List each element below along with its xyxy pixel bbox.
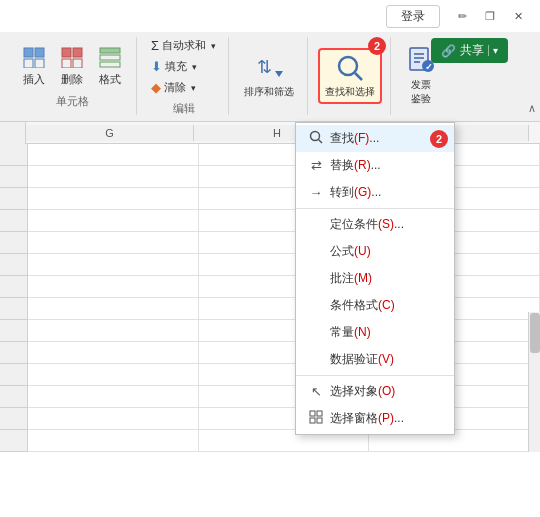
table-row (28, 166, 540, 188)
cell-g2[interactable] (28, 166, 199, 188)
find-menu-icon (308, 130, 324, 147)
note-label: 批注(M) (330, 270, 372, 287)
menu-item-special[interactable]: 定位条件(S)... (296, 211, 454, 238)
menu-divider-2 (296, 375, 454, 376)
menu-item-note[interactable]: 批注(M) (296, 265, 454, 292)
cell-g6[interactable] (28, 254, 199, 276)
find-menu-label: 查找(F)... (330, 130, 379, 147)
svg-rect-26 (317, 418, 322, 423)
menu-item-goto[interactable]: → 转到(G)... (296, 179, 454, 206)
row-header-10 (0, 342, 27, 364)
cell-g9[interactable] (28, 320, 199, 342)
row-header-13 (0, 408, 27, 430)
autosum-label: 自动求和 (162, 38, 206, 53)
cell-g12[interactable] (28, 386, 199, 408)
svg-rect-25 (310, 418, 315, 423)
svg-rect-1 (35, 48, 44, 57)
format-button[interactable]: 格式 (92, 43, 128, 90)
find-select-dropdown: 查找(F)... 2 ⇄ 替换(R)... → 转到(G)... 定位条件(S)… (295, 122, 455, 435)
row-header-1 (0, 144, 27, 166)
selectobj-label: 选择对象(O) (330, 383, 395, 400)
table-row (28, 254, 540, 276)
svg-marker-12 (275, 71, 283, 77)
table-row (28, 386, 540, 408)
autosum-arrow: ▾ (211, 41, 216, 51)
pen-icon-btn[interactable]: ✏ (448, 5, 476, 27)
share-icon: 🔗 (441, 44, 456, 58)
menu-item-find[interactable]: 查找(F)... 2 (296, 125, 454, 152)
menu-item-selectpane[interactable]: 选择窗格(P)... (296, 405, 454, 432)
dataval-label: 数据验证(V) (330, 351, 394, 368)
cell-g8[interactable] (28, 298, 199, 320)
clear-button[interactable]: ◆ 清除 ▾ (147, 78, 220, 97)
row-header-14 (0, 430, 27, 452)
selectpane-icon (308, 410, 324, 427)
cells-buttons-row: 插入 删除 (16, 43, 128, 90)
svg-rect-9 (100, 55, 120, 60)
sort-filter-button[interactable]: ⇅ 排序和筛选 (239, 50, 299, 102)
svg-point-13 (339, 57, 357, 75)
table-row (28, 408, 540, 430)
menu-item-formula[interactable]: 公式(U) (296, 238, 454, 265)
table-row (28, 342, 540, 364)
sort-label: 排序和筛选 (244, 85, 294, 99)
login-button[interactable]: 登录 (386, 5, 440, 28)
share-label: 共享 (460, 42, 484, 59)
svg-text:✓: ✓ (425, 62, 433, 72)
close-button[interactable]: ✕ (504, 5, 532, 27)
menu-divider-1 (296, 208, 454, 209)
cell-g13[interactable] (28, 408, 199, 430)
cell-g11[interactable] (28, 364, 199, 386)
ribbon-group-cells: 插入 删除 (8, 37, 137, 115)
table-row (28, 232, 540, 254)
cell-g10[interactable] (28, 342, 199, 364)
row-header-9 (0, 320, 27, 342)
menu-item-dataval[interactable]: 数据验证(V) (296, 346, 454, 373)
menu-item-condformat[interactable]: 条件格式(C) (296, 292, 454, 319)
goto-icon: → (308, 185, 324, 200)
share-button[interactable]: 🔗 共享 ▾ (431, 38, 508, 63)
fill-label: 填充 (165, 59, 187, 74)
find-select-button[interactable]: 查找和选择 2 (318, 48, 382, 104)
replace-label: 替换(R)... (330, 157, 381, 174)
edit-group-label: 编辑 (173, 101, 195, 116)
menu-item-selectobj[interactable]: ↖ 选择对象(O) (296, 378, 454, 405)
table-row (28, 364, 540, 386)
fill-button[interactable]: ⬇ 填充 ▾ (147, 57, 220, 76)
column-header-area: G H I (0, 122, 540, 144)
special-label: 定位条件(S)... (330, 216, 404, 233)
condformat-label: 条件格式(C) (330, 297, 395, 314)
delete-label: 删除 (61, 72, 83, 87)
row-header-11 (0, 364, 27, 386)
cell-g5[interactable] (28, 232, 199, 254)
delete-icon (60, 46, 84, 71)
svg-rect-8 (100, 48, 120, 53)
cell-g14[interactable] (28, 430, 199, 452)
cell-g7[interactable] (28, 276, 199, 298)
title-bar: 登录 ✏ ❐ ✕ (0, 0, 540, 32)
svg-rect-10 (100, 62, 120, 67)
spreadsheet-grid[interactable] (28, 144, 540, 452)
insert-button[interactable]: 插入 (16, 43, 52, 90)
cell-g1[interactable] (28, 144, 199, 166)
restore-button[interactable]: ❐ (476, 5, 504, 27)
selectpane-label: 选择窗格(P)... (330, 410, 404, 427)
table-row (28, 144, 540, 166)
insert-icon (22, 46, 46, 71)
menu-item-replace[interactable]: ⇄ 替换(R)... (296, 152, 454, 179)
delete-button[interactable]: 删除 (54, 43, 90, 90)
row-header-4 (0, 210, 27, 232)
cell-g4[interactable] (28, 210, 199, 232)
svg-rect-0 (24, 48, 33, 57)
vertical-scrollbar[interactable] (528, 312, 540, 452)
fill-icon: ⬇ (151, 59, 162, 74)
menu-item-constant[interactable]: 常量(N) (296, 319, 454, 346)
svg-rect-4 (62, 48, 71, 57)
scrollbar-thumb[interactable] (530, 313, 540, 353)
ribbon-collapse-button[interactable]: ∧ (528, 102, 536, 115)
cell-g3[interactable] (28, 188, 199, 210)
svg-rect-5 (73, 48, 82, 57)
share-dropdown-arrow: ▾ (488, 45, 498, 56)
autosum-button[interactable]: Σ 自动求和 ▾ (147, 36, 220, 55)
col-header-g: G (26, 125, 194, 141)
